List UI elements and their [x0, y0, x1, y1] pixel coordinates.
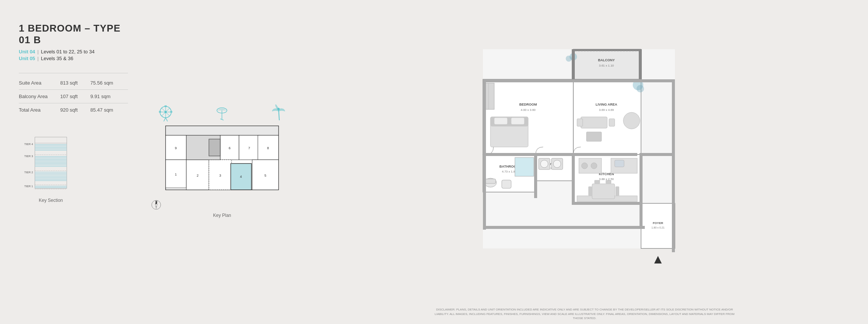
suite-sqft: 813 sqft: [60, 80, 90, 86]
compass-icon: N: [151, 199, 162, 210]
area-row-total: Total Area 920 sqft 85.47 sqm: [19, 103, 128, 117]
svg-rect-125: [594, 180, 600, 184]
svg-rect-96: [511, 118, 524, 124]
beach-icon: [215, 105, 230, 120]
svg-rect-142: [640, 153, 643, 205]
key-section: TIER 4 TIER 3 TIER 2: [19, 135, 83, 203]
palm-tree-icon: [271, 105, 286, 120]
svg-rect-104: [502, 180, 511, 188]
svg-text:LIVING AREA: LIVING AREA: [595, 103, 617, 106]
svg-rect-122: [592, 184, 615, 199]
main-floor-plan-svg: BALCONY 3.61 x 1.10 LIVING AREA 3.69 x 4…: [453, 30, 709, 279]
title-text: 1 BEDROOM – TYPE 01 B: [19, 23, 120, 45]
balcony-sqm: 9.91 sqm: [90, 94, 120, 99]
svg-rect-40: [170, 111, 172, 113]
right-panel: BALCONY 3.61 x 1.10 LIVING AREA 3.69 x 4…: [301, 0, 868, 324]
svg-rect-38: [164, 105, 167, 107]
svg-rect-141: [640, 153, 675, 156]
svg-text:1: 1: [175, 173, 177, 176]
svg-rect-145: [572, 49, 575, 79]
svg-rect-103: [485, 179, 496, 183]
svg-rect-149: [640, 203, 643, 229]
balcony-label: Balcony Area: [19, 94, 60, 99]
svg-text:9: 9: [175, 146, 177, 150]
unit05-info: Unit 05 | Levels 35 & 36: [19, 56, 128, 61]
svg-point-118: [582, 163, 588, 169]
svg-line-41: [164, 118, 166, 121]
key-plan-label: Key Plan: [213, 213, 231, 218]
suite-sqm: 75.56 sqm: [90, 80, 120, 86]
svg-rect-105: [515, 157, 534, 176]
key-section-svg: TIER 4 TIER 3 TIER 2: [23, 135, 79, 195]
svg-text:3.69 x 4.69: 3.69 x 4.69: [599, 108, 614, 112]
svg-rect-138: [534, 153, 537, 198]
svg-rect-147: [572, 49, 642, 51]
key-section-label: Key Section: [39, 198, 63, 203]
svg-point-47: [277, 108, 280, 110]
svg-rect-85: [609, 119, 615, 126]
svg-rect-69: [209, 139, 220, 156]
separator1: |: [37, 49, 38, 55]
svg-rect-39: [159, 111, 161, 113]
unit05-levels: Levels 35 & 36: [41, 56, 73, 61]
svg-text:6: 6: [228, 146, 230, 150]
svg-text:3: 3: [219, 174, 221, 177]
balcony-sqft: 107 sqft: [60, 94, 90, 99]
svg-point-89: [637, 85, 644, 92]
svg-rect-134: [483, 226, 570, 229]
divider-top: [19, 73, 128, 73]
svg-text:4.00 x 3.60: 4.00 x 3.60: [521, 108, 536, 112]
svg-text:4: 4: [240, 175, 242, 179]
svg-text:8: 8: [267, 146, 269, 150]
unit05-label: Unit 05: [19, 56, 35, 61]
svg-rect-139: [572, 153, 575, 203]
left-panel: 1 BEDROOM – TYPE 01 B Unit 04 | Levels 0…: [0, 0, 143, 324]
svg-text:2: 2: [196, 174, 198, 177]
svg-rect-95: [494, 118, 507, 124]
svg-text:FOYER: FOYER: [653, 221, 663, 225]
svg-rect-150: [572, 202, 643, 205]
svg-text:5: 5: [264, 174, 266, 177]
svg-rect-137: [483, 153, 573, 156]
svg-rect-49: [166, 126, 279, 135]
svg-line-42: [166, 118, 168, 121]
svg-rect-121: [615, 160, 624, 167]
svg-text:3.61 x 1.10: 3.61 x 1.10: [599, 64, 614, 67]
svg-point-87: [623, 112, 640, 129]
svg-rect-126: [606, 180, 611, 184]
svg-text:BALCONY: BALCONY: [598, 58, 615, 62]
area-row-balcony: Balcony Area 107 sqft 9.91 sqm: [19, 90, 128, 103]
svg-rect-123: [588, 186, 592, 196]
svg-text:1.80 x 0.21: 1.80 x 0.21: [652, 226, 665, 229]
svg-rect-146: [639, 49, 642, 79]
svg-rect-127: [641, 203, 675, 248]
svg-text:TIER 1: TIER 1: [24, 185, 33, 188]
unit04-info: Unit 04 | Levels 01 to 22, 25 to 34: [19, 49, 128, 55]
total-sqft: 920 sqft: [60, 107, 90, 113]
mini-floor-plan-svg: 6 7 8 9 1 2 3 4 5: [158, 122, 286, 197]
svg-text:TIER 4: TIER 4: [24, 142, 33, 146]
area-table: Suite Area 813 sqft 75.56 sqm Balcony Ar…: [19, 66, 128, 117]
svg-rect-132: [641, 79, 675, 82]
unit-type-title: 1 BEDROOM – TYPE 01 B: [19, 23, 128, 46]
unit04-label: Unit 04: [19, 49, 35, 55]
attraction-icons: [158, 105, 286, 120]
svg-rect-135: [570, 226, 645, 229]
svg-point-79: [566, 56, 572, 62]
compass-area: N: [151, 199, 162, 210]
ferris-wheel-icon: [158, 105, 173, 120]
area-row-suite: Suite Area 813 sqft 75.56 sqm: [19, 76, 128, 90]
svg-point-119: [591, 163, 597, 169]
page-container: 1 BEDROOM – TYPE 01 B Unit 04 | Levels 0…: [0, 0, 868, 324]
middle-panel: 6 7 8 9 1 2 3 4 5: [143, 0, 301, 324]
svg-text:BEDROOM: BEDROOM: [519, 103, 537, 106]
svg-rect-131: [483, 79, 645, 82]
svg-rect-83: [581, 117, 607, 128]
svg-text:7: 7: [248, 146, 250, 150]
svg-text:N: N: [155, 200, 157, 203]
total-sqm: 85.47 sqm: [90, 107, 120, 113]
total-label: Total Area: [19, 107, 60, 113]
svg-text:TIER 2: TIER 2: [24, 171, 33, 174]
floor-plan-main: BALCONY 3.61 x 1.10 LIVING AREA 3.69 x 4…: [453, 30, 716, 294]
svg-marker-72: [155, 205, 157, 209]
